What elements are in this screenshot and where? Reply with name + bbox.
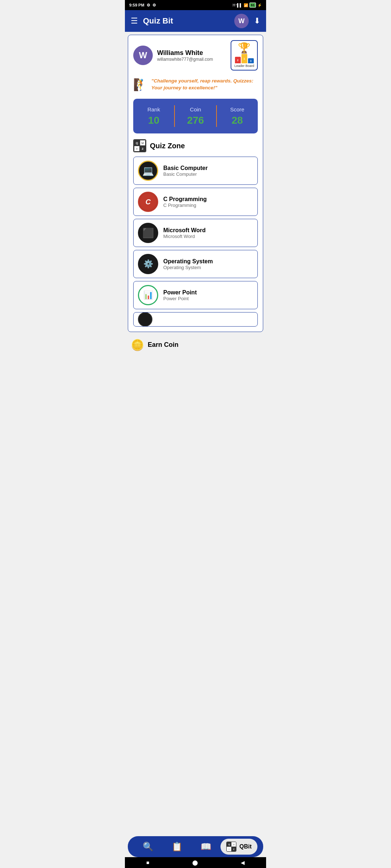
podium-1: 1 bbox=[241, 54, 247, 63]
qi-z: Z bbox=[140, 146, 146, 152]
stats-box: Rank 10 Coin 276 Score 28 bbox=[133, 99, 258, 133]
podium-3: 3 bbox=[248, 58, 254, 63]
stat-rank: Rank 10 bbox=[133, 106, 174, 126]
basic-computer-title: Basic Computer bbox=[163, 165, 208, 171]
menu-button[interactable]: ☰ bbox=[131, 16, 138, 26]
rank-label: Rank bbox=[147, 106, 160, 112]
ms-word-text: Microsoft Word Microsoft Word bbox=[163, 227, 206, 239]
quiz-zone-title: Quiz Zone bbox=[150, 142, 185, 150]
coin-value: 276 bbox=[187, 115, 204, 126]
basic-computer-text: Basic Computer Basic Computer bbox=[163, 165, 208, 177]
download-button[interactable]: ⬇ bbox=[254, 16, 260, 26]
earn-coin-section[interactable]: 🪙 Earn Coin bbox=[128, 335, 263, 356]
user-avatar-header[interactable]: W bbox=[234, 14, 249, 28]
os-subtitle: Operating System bbox=[163, 265, 213, 270]
quiz-list: 💻 Basic Computer Basic Computer C C Prog… bbox=[133, 157, 258, 327]
basic-computer-icon: 💻 bbox=[138, 161, 158, 181]
status-icons: H⁺▌▌ 📶 61 ⚡ bbox=[233, 3, 262, 8]
os-icon: ⚙️ bbox=[138, 254, 158, 274]
status-time: 9:59 PM bbox=[129, 3, 144, 7]
charging-icon: ⚡ bbox=[257, 3, 262, 7]
profile-email: willamswhite777@gmail.com bbox=[157, 57, 213, 62]
status-time-area: 9:59 PM ⚙ ⚙ bbox=[129, 3, 156, 8]
profile-left: W Williams White willamswhite777@gmail.c… bbox=[133, 46, 213, 65]
scroll-area: W Williams White willamswhite777@gmail.c… bbox=[125, 32, 266, 392]
rank-value: 10 bbox=[148, 115, 159, 126]
wifi-icon: 📶 bbox=[244, 3, 248, 7]
os-title: Operating System bbox=[163, 258, 213, 265]
basic-computer-subtitle: Basic Computer bbox=[163, 171, 208, 177]
quiz-item-ms-word[interactable]: ⬛ Microsoft Word Microsoft Word bbox=[133, 219, 258, 247]
score-value: 28 bbox=[232, 115, 243, 126]
settings-icon: ⚙ bbox=[147, 3, 150, 8]
c-programming-title: C Programming bbox=[163, 196, 207, 203]
stat-coin: Coin 276 bbox=[175, 106, 216, 126]
powerpoint-subtitle: Power Point bbox=[163, 296, 197, 301]
quiz-item-basic-computer[interactable]: 💻 Basic Computer Basic Computer bbox=[133, 157, 258, 185]
powerpoint-title: Power Point bbox=[163, 289, 197, 296]
qi-u: U bbox=[140, 140, 146, 146]
quiz-zone-icon: Q U I Z bbox=[133, 139, 146, 152]
podium-graphic: 2 1 3 bbox=[235, 54, 254, 63]
powerpoint-icon: 📊 bbox=[138, 285, 158, 305]
quote-figure-icon: 🧗 bbox=[133, 78, 148, 92]
leaderboard-label: Leader Board bbox=[234, 64, 254, 68]
quiz-item-os[interactable]: ⚙️ Operating System Operating System bbox=[133, 250, 258, 278]
earn-coin-label: Earn Coin bbox=[148, 341, 178, 349]
app-header: ☰ Quiz Bit W ⬇ bbox=[125, 10, 266, 32]
quote-text: "Challenge yourself, reap rewards. Quizz… bbox=[151, 78, 258, 92]
ms-word-title: Microsoft Word bbox=[163, 227, 206, 234]
main-card: W Williams White willamswhite777@gmail.c… bbox=[128, 35, 263, 332]
profile-info: Williams White willamswhite777@gmail.com bbox=[157, 49, 213, 62]
powerpoint-text: Power Point Power Point bbox=[163, 289, 197, 301]
ms-word-subtitle: Microsoft Word bbox=[163, 234, 206, 239]
earn-coin-icon: 🪙 bbox=[131, 339, 144, 351]
ms-word-icon: ⬛ bbox=[138, 223, 158, 243]
status-bar: 9:59 PM ⚙ ⚙ H⁺▌▌ 📶 61 ⚡ bbox=[125, 0, 266, 10]
quote-section: 🧗 "Challenge yourself, reap rewards. Qui… bbox=[133, 76, 258, 94]
coin-label: Coin bbox=[190, 106, 201, 112]
app-title: Quiz Bit bbox=[143, 16, 229, 26]
os-text: Operating System Operating System bbox=[163, 258, 213, 270]
trophy-icon: 🏆 bbox=[238, 43, 251, 53]
profile-name: Williams White bbox=[157, 49, 213, 57]
profile-avatar: W bbox=[133, 46, 153, 65]
gear-icon: ⚙ bbox=[152, 3, 156, 8]
profile-section: W Williams White willamswhite777@gmail.c… bbox=[133, 40, 258, 71]
stat-score: Score 28 bbox=[217, 106, 258, 126]
leaderboard-button[interactable]: 🏆 2 1 3 Leader Board bbox=[231, 40, 258, 71]
c-programming-text: C Programming C Programming bbox=[163, 196, 207, 208]
quiz-item-partial[interactable] bbox=[133, 312, 258, 327]
c-programming-icon: C bbox=[138, 192, 158, 212]
partial-icon bbox=[138, 312, 152, 327]
signal-icon: H⁺▌▌ bbox=[233, 3, 242, 7]
c-programming-subtitle: C Programming bbox=[163, 203, 207, 208]
quiz-item-powerpoint[interactable]: 📊 Power Point Power Point bbox=[133, 281, 258, 309]
quiz-zone-header: Q U I Z Quiz Zone bbox=[133, 139, 258, 152]
podium-2: 2 bbox=[235, 57, 241, 63]
quiz-item-c-programming[interactable]: C C Programming C Programming bbox=[133, 188, 258, 216]
battery-icon: 61 bbox=[249, 3, 256, 8]
qi-q: Q bbox=[134, 140, 140, 146]
score-label: Score bbox=[230, 106, 244, 112]
qi-i: I bbox=[134, 146, 140, 152]
